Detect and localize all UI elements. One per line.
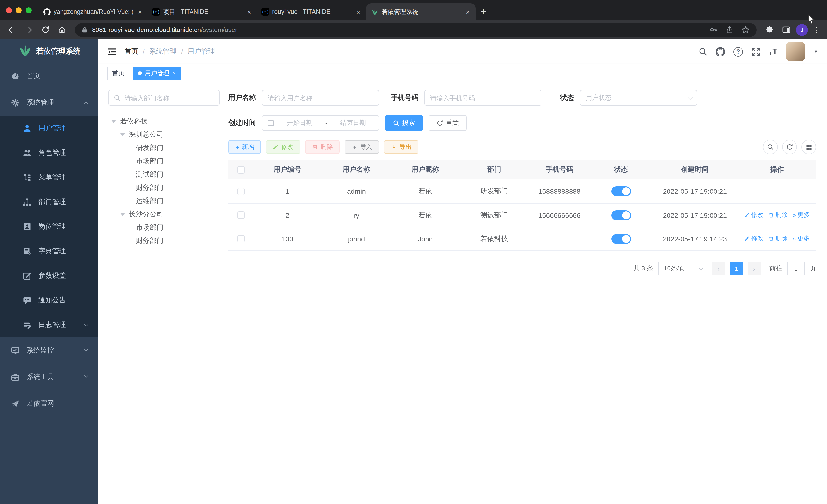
sidebar-item-log-mgmt[interactable]: 日志管理 [0,313,98,337]
browser-profile-avatar[interactable]: J [796,24,808,36]
close-tab-icon[interactable]: × [465,8,471,15]
tag-user-mgmt[interactable]: 用户管理 × [133,67,181,80]
close-window-button[interactable] [6,7,12,13]
row-checkbox[interactable] [237,187,244,195]
sidebar-item-dept-mgmt[interactable]: 部门管理 [0,190,98,214]
url-bar[interactable]: 8081-rouyi-vue-demo.cloud.titanide.cn/sy… [75,23,757,37]
close-tab-icon[interactable]: × [137,8,143,15]
tab-github[interactable]: yangzongzhuan/RuoYi-Vue: (Ru × [38,3,148,20]
avatar-caret-down-icon[interactable]: ▼ [814,49,818,54]
tab-titanide-rouyi[interactable]: ⟨t⟩ rouyi-vue - TITANIDE × [257,3,366,20]
username-field [262,90,379,106]
breadcrumb-home[interactable]: 首页 [125,47,138,56]
tag-home[interactable]: 首页 [107,67,130,80]
sidebar-item-user-mgmt[interactable]: 用户管理 [0,116,98,141]
user-avatar[interactable] [786,42,805,61]
help-question-icon[interactable]: ? [733,47,743,56]
row-edit-link[interactable]: 修改 [744,234,764,243]
tree-node-rnd-dept[interactable]: 研发部门 [108,141,220,154]
row-checkbox[interactable] [237,212,244,219]
row-delete-link[interactable]: 删除 [768,211,788,219]
tab-titanide-project[interactable]: ⟨t⟩ 项目 - TITANIDE × [148,3,257,20]
status-toggle[interactable] [611,210,631,220]
status-select[interactable]: 用户状态 [580,90,697,106]
tree-caret-icon[interactable] [120,133,125,136]
prev-page-button[interactable]: ‹ [712,262,725,275]
tree-caret-icon[interactable] [120,213,125,216]
goto-page-input[interactable] [787,262,805,275]
row-edit-link[interactable]: 修改 [744,211,764,219]
status-toggle[interactable] [611,234,631,244]
tree-node-company[interactable]: 若依科技 [108,115,220,128]
sidebar-item-system-mgmt[interactable]: 系统管理 [0,90,98,116]
date-range-picker[interactable]: 开始日期 - 结束日期 [262,115,379,131]
minimize-window-button[interactable] [16,7,22,13]
search-button[interactable]: 搜索 [385,115,423,131]
zoom-window-button[interactable] [26,7,32,13]
username-input[interactable] [268,94,373,102]
reload-icon[interactable] [38,23,52,37]
refresh-table-button[interactable] [782,139,797,154]
github-icon[interactable] [716,47,725,56]
header-search-icon[interactable] [698,47,708,56]
tree-caret-icon[interactable] [111,120,116,123]
edit-button[interactable]: 修改 [266,140,300,154]
tree-node-marketing-dept[interactable]: 市场部门 [108,154,220,168]
sidebar-item-system-monitor[interactable]: 系统监控 [0,337,98,364]
sidebar-item-official-site[interactable]: 若依官网 [0,390,98,417]
window-controls [0,0,38,20]
tree-node-shenzhen[interactable]: 深圳总公司 [108,128,220,141]
back-icon[interactable] [5,23,19,37]
tree-node-ops-dept[interactable]: 运维部门 [108,194,220,208]
add-button[interactable]: + 新增 [229,140,261,154]
tree-node-changsha[interactable]: 长沙分公司 [108,208,220,221]
forward-icon[interactable] [22,23,36,37]
sidebar-item-dict-mgmt[interactable]: 字典管理 [0,239,98,264]
dept-search-input[interactable] [125,94,214,102]
status-toggle[interactable] [611,186,631,196]
reset-button[interactable]: 重置 [429,115,467,131]
home-icon[interactable] [55,23,69,37]
sidebar-item-home[interactable]: 首页 [0,63,98,90]
side-panel-icon[interactable] [779,23,793,37]
export-button[interactable]: 导出 [384,140,419,154]
tab-ruoyi-active[interactable]: 若依管理系统 × [366,3,476,20]
row-more-link[interactable]: »更多 [792,211,810,219]
passwords-key-icon[interactable] [709,25,718,34]
toggle-search-button[interactable] [763,139,778,154]
row-checkbox[interactable] [237,235,244,242]
tree-node-marketing-dept-2[interactable]: 市场部门 [108,221,220,234]
sidebar-item-param-settings[interactable]: 参数设置 [0,264,98,288]
bookmark-star-icon[interactable] [741,25,750,34]
sidebar-item-menu-mgmt[interactable]: 菜单管理 [0,165,98,190]
import-button[interactable]: 导入 [345,140,379,154]
col-header-user-id: 用户编号 [253,165,322,174]
tree-node-finance-dept[interactable]: 财务部门 [108,181,220,194]
sidebar-item-notice[interactable]: 通知公告 [0,288,98,313]
share-icon[interactable] [726,25,733,34]
delete-button[interactable]: 删除 [305,140,340,154]
new-tab-button[interactable]: + [476,6,492,20]
sidebar-item-post-mgmt[interactable]: 岗位管理 [0,214,98,239]
page-size-select[interactable]: 10条/页 [658,262,708,275]
close-tag-icon[interactable]: × [172,70,176,77]
sidebar-item-system-tools[interactable]: 系统工具 [0,364,98,390]
font-size-icon[interactable]: TT [769,47,777,56]
close-tab-icon[interactable]: × [246,8,252,15]
select-all-checkbox[interactable] [237,166,244,173]
page-1-button[interactable]: 1 [730,262,743,275]
close-tab-icon[interactable]: × [355,8,362,15]
paper-plane-icon [11,399,20,408]
browser-menu-kebab-icon[interactable]: ⋮ [811,25,822,34]
column-settings-button[interactable] [801,139,816,154]
sidebar-collapse-icon[interactable] [107,48,117,56]
tree-node-test-dept[interactable]: 测试部门 [108,168,220,181]
row-delete-link[interactable]: 删除 [768,234,788,243]
next-page-button[interactable]: › [748,262,761,275]
fullscreen-icon[interactable] [751,47,761,56]
tree-node-finance-dept-2[interactable]: 财务部门 [108,234,220,247]
row-more-link[interactable]: »更多 [792,234,810,243]
extensions-puzzle-icon[interactable] [763,23,776,37]
phone-input[interactable] [430,94,536,102]
sidebar-item-role-mgmt[interactable]: 角色管理 [0,141,98,165]
